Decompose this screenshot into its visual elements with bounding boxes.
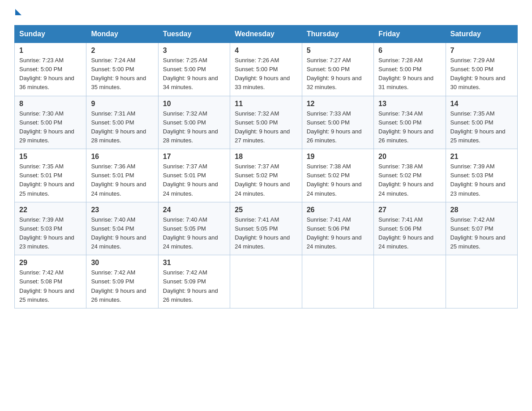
- day-info: Sunrise: 7:26 AMSunset: 5:00 PMDaylight:…: [235, 57, 290, 90]
- day-info: Sunrise: 7:34 AMSunset: 5:00 PMDaylight:…: [378, 110, 433, 144]
- day-info: Sunrise: 7:42 AMSunset: 5:08 PMDaylight:…: [19, 269, 74, 303]
- column-header-sunday: Sunday: [15, 26, 86, 43]
- day-info: Sunrise: 7:39 AMSunset: 5:03 PMDaylight:…: [450, 163, 506, 197]
- day-info: Sunrise: 7:28 AMSunset: 5:00 PMDaylight:…: [378, 57, 433, 90]
- day-cell: 6 Sunrise: 7:28 AMSunset: 5:00 PMDayligh…: [374, 43, 446, 96]
- day-cell: 13 Sunrise: 7:34 AMSunset: 5:00 PMDaylig…: [374, 96, 446, 149]
- day-number: 21: [450, 153, 513, 161]
- day-number: 18: [235, 153, 297, 161]
- day-info: Sunrise: 7:23 AMSunset: 5:00 PMDaylight:…: [19, 57, 74, 90]
- day-number: 3: [163, 47, 225, 55]
- day-info: Sunrise: 7:29 AMSunset: 5:00 PMDaylight:…: [450, 57, 506, 90]
- day-info: Sunrise: 7:38 AMSunset: 5:02 PMDaylight:…: [378, 163, 433, 197]
- day-number: 12: [307, 100, 369, 108]
- header-row: SundayMondayTuesdayWednesdayThursdayFrid…: [15, 26, 518, 43]
- day-cell: [374, 255, 446, 308]
- day-info: Sunrise: 7:42 AMSunset: 5:07 PMDaylight:…: [450, 216, 506, 250]
- day-number: 5: [307, 47, 369, 55]
- day-cell: 4 Sunrise: 7:26 AMSunset: 5:00 PMDayligh…: [230, 43, 302, 96]
- day-number: 20: [378, 153, 441, 161]
- day-number: 31: [163, 259, 225, 267]
- week-row-1: 1 Sunrise: 7:23 AMSunset: 5:00 PMDayligh…: [15, 43, 518, 96]
- day-info: Sunrise: 7:40 AMSunset: 5:05 PMDaylight:…: [163, 216, 218, 250]
- day-info: Sunrise: 7:30 AMSunset: 5:00 PMDaylight:…: [19, 110, 74, 144]
- day-cell: 2 Sunrise: 7:24 AMSunset: 5:00 PMDayligh…: [86, 43, 158, 96]
- day-cell: [230, 255, 302, 308]
- day-number: 13: [378, 100, 441, 108]
- day-number: 15: [19, 153, 82, 161]
- day-cell: 5 Sunrise: 7:27 AMSunset: 5:00 PMDayligh…: [302, 43, 373, 96]
- day-number: 10: [163, 100, 225, 108]
- week-row-4: 22 Sunrise: 7:39 AMSunset: 5:03 PMDaylig…: [15, 202, 518, 255]
- day-info: Sunrise: 7:36 AMSunset: 5:01 PMDaylight:…: [91, 163, 146, 197]
- day-number: 4: [235, 47, 297, 55]
- day-cell: 7 Sunrise: 7:29 AMSunset: 5:00 PMDayligh…: [446, 43, 517, 96]
- day-cell: 20 Sunrise: 7:38 AMSunset: 5:02 PMDaylig…: [374, 149, 446, 202]
- day-cell: 8 Sunrise: 7:30 AMSunset: 5:00 PMDayligh…: [15, 96, 86, 149]
- day-info: Sunrise: 7:41 AMSunset: 5:06 PMDaylight:…: [307, 216, 362, 250]
- column-header-wednesday: Wednesday: [230, 26, 302, 43]
- day-cell: 16 Sunrise: 7:36 AMSunset: 5:01 PMDaylig…: [86, 149, 158, 202]
- day-number: 7: [450, 47, 513, 55]
- logo-triangle-icon: [15, 9, 21, 15]
- day-number: 11: [235, 100, 297, 108]
- day-number: 30: [91, 259, 153, 267]
- day-info: Sunrise: 7:33 AMSunset: 5:00 PMDaylight:…: [307, 110, 362, 144]
- day-number: 26: [307, 206, 369, 214]
- day-info: Sunrise: 7:32 AMSunset: 5:00 PMDaylight:…: [235, 110, 290, 144]
- day-cell: 12 Sunrise: 7:33 AMSunset: 5:00 PMDaylig…: [302, 96, 373, 149]
- day-info: Sunrise: 7:37 AMSunset: 5:02 PMDaylight:…: [235, 163, 290, 197]
- day-number: 29: [19, 259, 82, 267]
- day-info: Sunrise: 7:39 AMSunset: 5:03 PMDaylight:…: [19, 216, 74, 250]
- day-number: 1: [19, 47, 82, 55]
- column-header-friday: Friday: [374, 26, 446, 43]
- day-cell: 22 Sunrise: 7:39 AMSunset: 5:03 PMDaylig…: [15, 202, 86, 255]
- day-number: 14: [450, 100, 513, 108]
- day-number: 19: [307, 153, 369, 161]
- day-number: 16: [91, 153, 153, 161]
- day-number: 17: [163, 153, 225, 161]
- day-info: Sunrise: 7:25 AMSunset: 5:00 PMDaylight:…: [163, 57, 218, 90]
- column-header-saturday: Saturday: [446, 26, 517, 43]
- day-info: Sunrise: 7:41 AMSunset: 5:06 PMDaylight:…: [378, 216, 433, 250]
- day-cell: 24 Sunrise: 7:40 AMSunset: 5:05 PMDaylig…: [158, 202, 230, 255]
- day-number: 8: [19, 100, 82, 108]
- day-cell: 23 Sunrise: 7:40 AMSunset: 5:04 PMDaylig…: [86, 202, 158, 255]
- day-number: 27: [378, 206, 441, 214]
- week-row-2: 8 Sunrise: 7:30 AMSunset: 5:00 PMDayligh…: [15, 96, 518, 149]
- day-info: Sunrise: 7:31 AMSunset: 5:00 PMDaylight:…: [91, 110, 146, 144]
- page-header: [14, 11, 518, 16]
- day-cell: 26 Sunrise: 7:41 AMSunset: 5:06 PMDaylig…: [302, 202, 373, 255]
- day-cell: 17 Sunrise: 7:37 AMSunset: 5:01 PMDaylig…: [158, 149, 230, 202]
- day-info: Sunrise: 7:35 AMSunset: 5:01 PMDaylight:…: [19, 163, 74, 197]
- day-number: 28: [450, 206, 513, 214]
- day-cell: 29 Sunrise: 7:42 AMSunset: 5:08 PMDaylig…: [15, 255, 86, 308]
- week-row-5: 29 Sunrise: 7:42 AMSunset: 5:08 PMDaylig…: [15, 255, 518, 308]
- day-info: Sunrise: 7:35 AMSunset: 5:00 PMDaylight:…: [450, 110, 506, 144]
- day-cell: 21 Sunrise: 7:39 AMSunset: 5:03 PMDaylig…: [446, 149, 517, 202]
- day-cell: 11 Sunrise: 7:32 AMSunset: 5:00 PMDaylig…: [230, 96, 302, 149]
- day-cell: 18 Sunrise: 7:37 AMSunset: 5:02 PMDaylig…: [230, 149, 302, 202]
- day-number: 6: [378, 47, 441, 55]
- day-cell: 15 Sunrise: 7:35 AMSunset: 5:01 PMDaylig…: [15, 149, 86, 202]
- day-info: Sunrise: 7:37 AMSunset: 5:01 PMDaylight:…: [163, 163, 218, 197]
- day-cell: 31 Sunrise: 7:42 AMSunset: 5:09 PMDaylig…: [158, 255, 230, 308]
- day-info: Sunrise: 7:42 AMSunset: 5:09 PMDaylight:…: [163, 269, 218, 303]
- column-header-tuesday: Tuesday: [158, 26, 230, 43]
- day-cell: 9 Sunrise: 7:31 AMSunset: 5:00 PMDayligh…: [86, 96, 158, 149]
- week-row-3: 15 Sunrise: 7:35 AMSunset: 5:01 PMDaylig…: [15, 149, 518, 202]
- day-cell: [302, 255, 373, 308]
- day-cell: 1 Sunrise: 7:23 AMSunset: 5:00 PMDayligh…: [15, 43, 86, 96]
- logo: [14, 11, 21, 16]
- day-cell: 19 Sunrise: 7:38 AMSunset: 5:02 PMDaylig…: [302, 149, 373, 202]
- day-number: 22: [19, 206, 82, 214]
- day-info: Sunrise: 7:42 AMSunset: 5:09 PMDaylight:…: [91, 269, 146, 303]
- column-header-monday: Monday: [86, 26, 158, 43]
- day-number: 9: [91, 100, 153, 108]
- day-cell: 27 Sunrise: 7:41 AMSunset: 5:06 PMDaylig…: [374, 202, 446, 255]
- day-cell: [446, 255, 517, 308]
- day-number: 23: [91, 206, 153, 214]
- day-cell: 3 Sunrise: 7:25 AMSunset: 5:00 PMDayligh…: [158, 43, 230, 96]
- day-number: 24: [163, 206, 225, 214]
- day-number: 25: [235, 206, 297, 214]
